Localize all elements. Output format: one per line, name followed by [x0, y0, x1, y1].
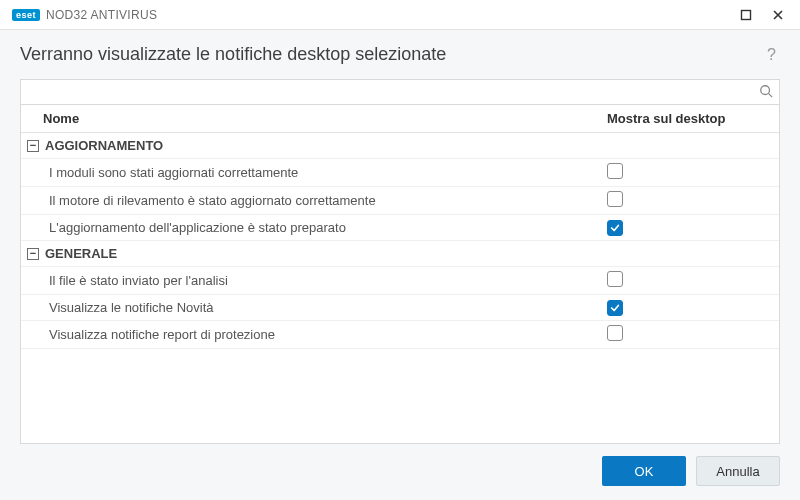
column-header-name[interactable]: Nome — [21, 105, 599, 132]
search-input[interactable] — [29, 85, 759, 100]
ok-button[interactable]: OK — [602, 456, 686, 486]
content: Verranno visualizzate le notifiche deskt… — [0, 30, 800, 500]
cancel-button[interactable]: Annulla — [696, 456, 780, 486]
svg-point-1 — [761, 85, 770, 94]
svg-rect-0 — [742, 10, 751, 19]
show-on-desktop-checkbox[interactable] — [607, 191, 623, 207]
item-name: L'aggiornamento dell'applicazione è stat… — [21, 215, 599, 240]
window-controls — [732, 3, 792, 27]
page-header: Verranno visualizzate le notifiche deskt… — [20, 44, 780, 65]
group-row[interactable]: −AGGIORNAMENTO — [21, 133, 779, 159]
item-name: Il motore di rilevamento è stato aggiorn… — [21, 188, 599, 213]
column-header-show[interactable]: Mostra sul desktop — [599, 105, 779, 132]
page-title: Verranno visualizzate le notifiche deskt… — [20, 44, 446, 65]
item-check-cell — [599, 296, 779, 320]
item-name: Visualizza le notifiche Novità — [21, 295, 599, 320]
show-on-desktop-checkbox[interactable] — [607, 163, 623, 179]
group-label: AGGIORNAMENTO — [45, 138, 163, 153]
group-row[interactable]: −GENERALE — [21, 241, 779, 267]
table-header: Nome Mostra sul desktop — [21, 105, 779, 133]
brand: eset NOD32 ANTIVIRUS — [12, 8, 157, 22]
show-on-desktop-checkbox[interactable] — [607, 300, 623, 316]
item-name: Visualizza notifiche report di protezion… — [21, 322, 599, 347]
search-bar — [20, 79, 780, 105]
item-check-cell — [599, 159, 779, 186]
footer: OK Annulla — [20, 444, 780, 486]
item-name: Il file è stato inviato per l'analisi — [21, 268, 599, 293]
show-on-desktop-checkbox[interactable] — [607, 271, 623, 287]
maximize-button[interactable] — [732, 3, 760, 27]
table-row: Visualizza le notifiche Novità — [21, 295, 779, 321]
item-check-cell — [599, 187, 779, 214]
brand-text: NOD32 ANTIVIRUS — [46, 8, 157, 22]
item-check-cell — [599, 321, 779, 348]
help-icon[interactable]: ? — [763, 46, 780, 64]
table-row: Il file è stato inviato per l'analisi — [21, 267, 779, 295]
search-icon[interactable] — [759, 84, 773, 101]
collapse-icon[interactable]: − — [27, 140, 39, 152]
group-label: GENERALE — [45, 246, 117, 261]
table-row: Il motore di rilevamento è stato aggiorn… — [21, 187, 779, 215]
titlebar: eset NOD32 ANTIVIRUS — [0, 0, 800, 30]
notifications-table: Nome Mostra sul desktop −AGGIORNAMENTOI … — [20, 105, 780, 444]
brand-badge: eset — [12, 9, 40, 21]
show-on-desktop-checkbox[interactable] — [607, 325, 623, 341]
item-check-cell — [599, 216, 779, 240]
item-name: I moduli sono stati aggiornati correttam… — [21, 160, 599, 185]
close-button[interactable] — [764, 3, 792, 27]
table-row: I moduli sono stati aggiornati correttam… — [21, 159, 779, 187]
table-row: L'aggiornamento dell'applicazione è stat… — [21, 215, 779, 241]
collapse-icon[interactable]: − — [27, 248, 39, 260]
table-body: −AGGIORNAMENTOI moduli sono stati aggior… — [21, 133, 779, 349]
item-check-cell — [599, 267, 779, 294]
show-on-desktop-checkbox[interactable] — [607, 220, 623, 236]
table-row: Visualizza notifiche report di protezion… — [21, 321, 779, 349]
